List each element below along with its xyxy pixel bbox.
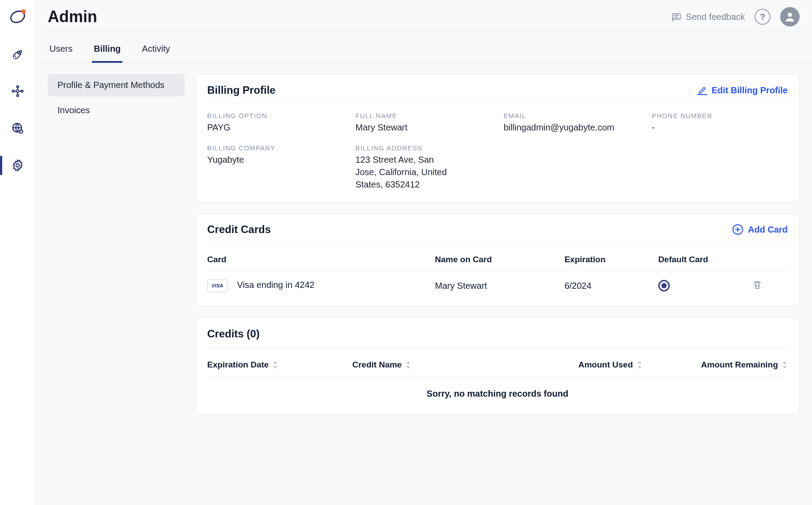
nav-launch-icon[interactable] (5, 42, 30, 66)
add-card-button[interactable]: Add Card (732, 224, 788, 235)
sidepanel-item-profile-payment[interactable]: Profile & Payment Methods (48, 74, 185, 96)
delete-card-button[interactable] (752, 279, 788, 292)
logo-icon[interactable] (5, 4, 30, 29)
col-expiration: Expiration (565, 255, 654, 264)
field-billing-company: BILLING COMPANY Yugabyte (207, 144, 343, 191)
svg-point-7 (16, 95, 19, 97)
field-value: - (652, 121, 788, 134)
svg-rect-11 (672, 14, 680, 19)
tab-users[interactable]: Users (48, 39, 74, 63)
col-amount-remaining[interactable]: Amount Remaining (643, 360, 788, 370)
feedback-icon (671, 11, 682, 22)
credit-cards-header: Card Name on Card Expiration Default Car… (207, 251, 788, 271)
svg-point-9 (19, 130, 23, 134)
field-billing-address: BILLING ADDRESS 123 Street Ave, San Jose… (356, 144, 492, 191)
col-default: Default Card (658, 255, 747, 264)
col-credit-name[interactable]: Credit Name (353, 360, 498, 370)
page-title: Admin (48, 8, 97, 26)
col-amount-used[interactable]: Amount Used (497, 360, 643, 370)
field-value: 123 Street Ave, San Jose, California, Un… (356, 153, 453, 191)
field-email: EMAIL billingadmin@yugabyte.com (504, 112, 640, 134)
field-label: PHONE NUMBER (652, 112, 788, 119)
sort-icon (272, 361, 278, 368)
nav-cluster-icon[interactable] (5, 79, 30, 103)
col-name: Name on Card (435, 255, 560, 264)
edit-billing-label: Edit Billing Profile (712, 85, 788, 96)
billing-profile-card: Billing Profile Edit Billing Profile BIL… (195, 74, 800, 203)
col-card: Card (207, 255, 431, 264)
user-avatar-button[interactable] (780, 7, 800, 27)
field-phone: PHONE NUMBER - (652, 112, 788, 134)
card-expiration: 6/2024 (565, 281, 654, 291)
field-value: Yugabyte (207, 153, 343, 166)
content: Billing Profile Edit Billing Profile BIL… (195, 74, 800, 414)
person-icon (784, 11, 796, 23)
plus-circle-icon (732, 224, 744, 235)
field-value: PAYG (207, 121, 343, 134)
pencil-icon (698, 85, 707, 95)
svg-point-10 (16, 164, 19, 167)
col-label: Credit Name (353, 360, 402, 370)
field-label: FULL NAME (356, 112, 492, 119)
tab-activity[interactable]: Activity (140, 39, 171, 63)
svg-point-2 (18, 52, 20, 54)
svg-point-6 (16, 86, 19, 88)
credit-cards-card: Credit Cards Add Card Card Name on Card … (195, 213, 800, 307)
main-area: Admin Send feedback ? (35, 0, 812, 505)
field-value: Mary Stewart (356, 121, 492, 134)
side-panel: Profile & Payment Methods Invoices (48, 74, 185, 414)
help-icon: ? (760, 12, 765, 22)
credits-card: Credits (0) Expiration Date Credit Name (195, 318, 800, 414)
credit-card-row: VISA Visa ending in 4242 Mary Stewart 6/… (207, 271, 788, 295)
credit-cards-title: Credit Cards (207, 223, 271, 236)
nav-settings-icon[interactable] (5, 153, 30, 178)
col-label: Expiration Date (207, 360, 269, 370)
field-value: billingadmin@yugabyte.com (504, 121, 640, 134)
card-name: Mary Stewart (435, 281, 560, 291)
billing-profile-title: Billing Profile (207, 84, 276, 96)
svg-point-12 (788, 13, 792, 17)
tab-billing[interactable]: Billing (92, 39, 122, 63)
field-label: BILLING ADDRESS (356, 144, 492, 152)
sort-icon (637, 361, 643, 368)
tabs: Users Billing Activity (48, 31, 800, 63)
credits-header: Expiration Date Credit Name Amount Used (207, 356, 788, 376)
default-card-radio[interactable] (658, 280, 670, 291)
col-expiration-date[interactable]: Expiration Date (207, 360, 353, 370)
sort-icon (782, 361, 788, 368)
feedback-label: Send feedback (686, 12, 745, 22)
field-label: EMAIL (504, 112, 640, 119)
send-feedback-button[interactable]: Send feedback (671, 11, 745, 22)
add-card-label: Add Card (748, 225, 788, 235)
sort-icon (405, 361, 411, 368)
trash-icon (752, 279, 763, 290)
credits-title: Credits (0) (207, 328, 260, 340)
help-button[interactable]: ? (755, 9, 770, 25)
field-full-name: FULL NAME Mary Stewart (356, 112, 492, 134)
credits-empty-message: Sorry, no matching records found (207, 376, 788, 402)
card-display: Visa ending in 4242 (237, 280, 315, 290)
field-billing-option: BILLING OPTION PAYG (207, 112, 343, 134)
nav-globe-settings-icon[interactable] (5, 116, 30, 141)
edit-billing-profile-button[interactable]: Edit Billing Profile (698, 85, 788, 96)
card-brand-icon: VISA (207, 279, 228, 292)
svg-point-5 (21, 90, 23, 92)
sidepanel-item-invoices[interactable]: Invoices (48, 99, 185, 122)
field-label: BILLING COMPANY (207, 144, 343, 152)
svg-point-1 (21, 9, 26, 14)
svg-point-4 (12, 90, 14, 92)
field-label: BILLING OPTION (207, 112, 343, 119)
col-label: Amount Used (578, 360, 633, 370)
left-nav (0, 0, 35, 505)
col-label: Amount Remaining (701, 360, 778, 370)
svg-point-3 (16, 90, 19, 92)
topbar: Admin Send feedback ? (35, 0, 812, 63)
